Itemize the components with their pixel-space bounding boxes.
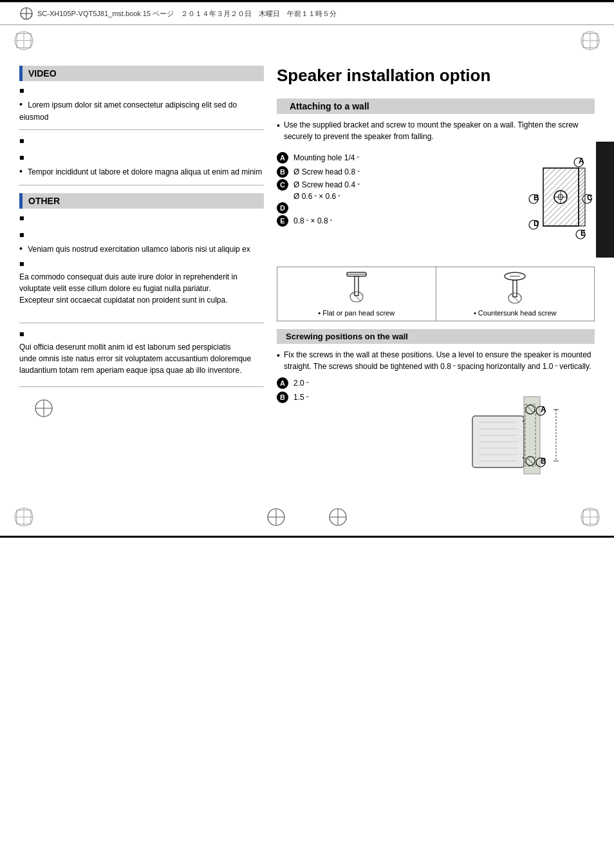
other-bullet-1: • Veniam quis nostrud exercitation ullam… bbox=[19, 242, 264, 256]
divider-1 bbox=[19, 129, 264, 130]
divider-4 bbox=[19, 386, 264, 387]
corner-tr-decoration bbox=[578, 28, 602, 53]
diagram-area: A Mounting hole 1/4 " B Ø Screw head 0.8… bbox=[277, 152, 595, 257]
screw-spec-a: A bbox=[277, 377, 288, 389]
svg-rect-35 bbox=[355, 276, 358, 296]
spec-label-d: D bbox=[277, 202, 288, 214]
wall-mount-svg: A B bbox=[466, 377, 595, 480]
divider-3 bbox=[19, 323, 264, 323]
crosshair-bottom-center-right bbox=[326, 505, 349, 529]
screw-spec-b: B bbox=[277, 392, 288, 403]
pan-screw-icon bbox=[499, 271, 531, 307]
video-item-2: ■ bbox=[19, 137, 264, 146]
bracket-diagram: A B C D E bbox=[479, 152, 595, 257]
corner-br-decoration bbox=[578, 505, 602, 529]
specs-list: A Mounting hole 1/4 " B Ø Screw head 0.8… bbox=[277, 152, 469, 228]
other-text-4: Qui officia deserunt mollit anim id est … bbox=[19, 341, 264, 380]
video-section-header: VIDEO bbox=[19, 66, 264, 81]
video-text-2: • Tempor incididunt ut labore et dolore … bbox=[19, 165, 264, 178]
screw-table: • Flat or pan head screw bbox=[277, 267, 595, 321]
page-title: Speaker installation option bbox=[277, 66, 595, 86]
other-item-4: ■ bbox=[19, 330, 264, 339]
page-container: SC-XH105P-VQT5J81_mst.book 15 ページ ２０１４年３… bbox=[0, 0, 614, 868]
flat-screw-icon bbox=[340, 271, 373, 307]
content-area: VIDEO ■ • Lorem ipsum dolor sit amet con… bbox=[0, 53, 614, 489]
video-item-1: ■ bbox=[19, 86, 264, 95]
divider-2 bbox=[19, 185, 264, 185]
other-item-1: ■ bbox=[19, 214, 264, 223]
header-line: SC-XH105P-VQT5J81_mst.book 15 ページ ２０１４年３… bbox=[0, 2, 614, 25]
screwing-content: A 2.0 " B 1.5 " bbox=[277, 377, 595, 482]
svg-line-38 bbox=[353, 293, 360, 301]
header-file-info: SC-XH105P-VQT5J81_mst.book 15 ページ ２０１４年３… bbox=[37, 9, 337, 19]
screwing-positions-header: Screwing positions on the wall bbox=[277, 329, 595, 344]
video-item-3: ■ bbox=[19, 153, 264, 162]
wall-mounting-diagram: A B bbox=[466, 377, 595, 482]
svg-line-43 bbox=[511, 294, 519, 302]
screw-type-1-cell: • Flat or pan head screw bbox=[277, 267, 436, 321]
other-label: OTHER bbox=[23, 196, 60, 206]
screw-type-2-cell: • Countersunk head screw bbox=[436, 267, 595, 321]
crosshair-bottom-center-left bbox=[265, 505, 288, 529]
spec-label-e: E bbox=[277, 215, 288, 227]
spec-label-c: C bbox=[277, 179, 288, 191]
svg-rect-29 bbox=[579, 168, 585, 226]
corner-tl-decoration bbox=[12, 28, 36, 53]
screwing-text: A 2.0 " B 1.5 " bbox=[277, 377, 456, 406]
crosshair-bottom-left bbox=[32, 397, 55, 420]
crosshair-icon-header bbox=[19, 6, 33, 21]
attaching-intro: • Use the supplied bracket and screw to … bbox=[277, 119, 595, 142]
video-text-1: • Lorem ipsum dolor sit amet consectetur… bbox=[19, 98, 264, 123]
screwing-label: Screwing positions on the wall bbox=[281, 332, 408, 341]
right-column: Speaker installation option Attaching to… bbox=[277, 59, 595, 482]
svg-rect-40 bbox=[513, 280, 517, 297]
attaching-label: Attaching to a wall bbox=[284, 101, 369, 111]
video-label: VIDEO bbox=[23, 68, 57, 79]
corner-bl-decoration bbox=[12, 505, 36, 529]
page-tab bbox=[596, 142, 614, 258]
left-column: VIDEO ■ • Lorem ipsum dolor sit amet con… bbox=[19, 59, 264, 482]
spec-label-b: B bbox=[277, 166, 288, 178]
other-item-2: ■ bbox=[19, 231, 264, 240]
other-text-3: Ea commodo consequat duis aute irure dol… bbox=[19, 271, 264, 316]
other-section-header: OTHER bbox=[19, 193, 264, 209]
bracket-svg: A B C D E bbox=[479, 152, 595, 255]
spec-label-a: A bbox=[277, 152, 288, 164]
screwing-bullet: • Fix the screws in the wall at these po… bbox=[277, 349, 595, 372]
attaching-header: Attaching to a wall bbox=[277, 99, 595, 114]
other-item-3: ■ bbox=[19, 259, 264, 269]
